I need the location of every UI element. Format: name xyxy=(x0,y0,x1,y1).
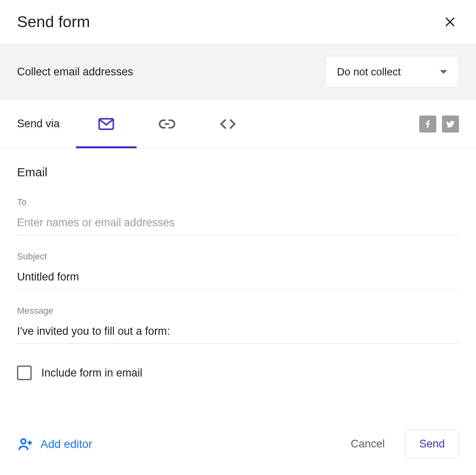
add-editor-label: Add editor xyxy=(41,438,92,451)
collect-email-bar: Collect email addresses Do not collect xyxy=(0,44,476,100)
message-field-label: Message xyxy=(17,306,459,316)
email-section-title: Email xyxy=(17,165,459,179)
close-icon xyxy=(444,16,456,28)
collect-email-select-value: Do not collect xyxy=(337,66,401,78)
email-section: Email To Subject Message Include form in… xyxy=(0,148,476,411)
tab-embed[interactable] xyxy=(197,100,258,148)
send-button[interactable]: Send xyxy=(405,430,459,458)
svg-point-3 xyxy=(21,439,26,443)
tab-email[interactable] xyxy=(76,100,137,148)
collect-email-label: Collect email addresses xyxy=(17,66,133,78)
embed-icon xyxy=(219,115,237,133)
to-field-label: To xyxy=(17,197,459,208)
send-via-row: Send via xyxy=(0,100,476,148)
tab-link[interactable] xyxy=(137,100,197,148)
close-button[interactable] xyxy=(440,12,460,32)
message-field: Message xyxy=(17,306,459,344)
share-facebook-button[interactable] xyxy=(419,116,436,133)
person-add-icon xyxy=(17,436,34,453)
chevron-down-icon xyxy=(440,70,447,74)
mail-icon xyxy=(97,115,115,133)
include-form-checkbox[interactable] xyxy=(17,366,32,380)
cancel-button[interactable]: Cancel xyxy=(337,430,399,458)
dialog-title: Send form xyxy=(17,13,90,31)
link-icon xyxy=(158,115,176,133)
dialog-header: Send form xyxy=(0,0,476,44)
include-form-label: Include form in email xyxy=(41,367,142,379)
include-form-row: Include form in email xyxy=(17,366,459,380)
twitter-icon xyxy=(446,119,455,129)
message-input[interactable] xyxy=(17,323,459,344)
send-form-dialog: Send form Collect email addresses Do not… xyxy=(0,0,476,475)
to-field: To xyxy=(17,197,459,235)
collect-email-select[interactable]: Do not collect xyxy=(325,56,459,88)
facebook-icon xyxy=(423,119,433,129)
send-via-label: Send via xyxy=(17,118,60,130)
subject-field: Subject xyxy=(17,251,459,289)
share-twitter-button[interactable] xyxy=(442,116,459,133)
dialog-footer: Add editor Cancel Send xyxy=(0,411,476,475)
subject-input[interactable] xyxy=(17,268,459,289)
to-input[interactable] xyxy=(17,214,459,235)
subject-field-label: Subject xyxy=(17,251,459,262)
add-editor-button[interactable]: Add editor xyxy=(17,436,92,453)
